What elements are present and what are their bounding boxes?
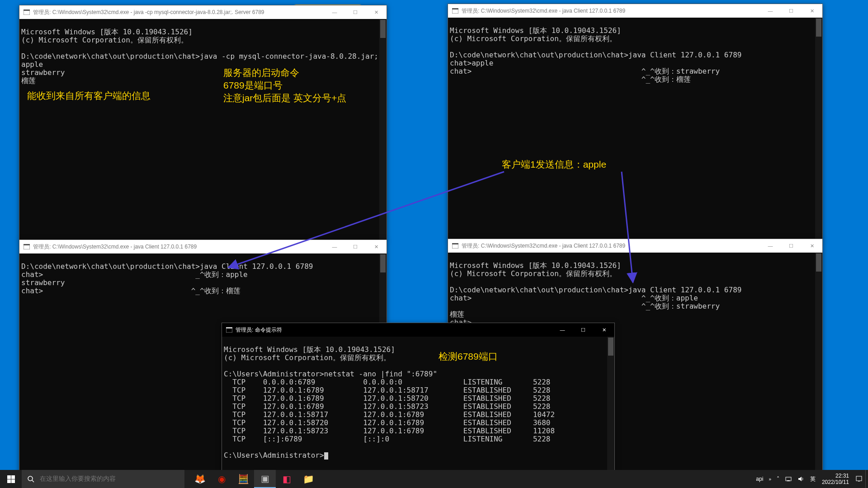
window-title: 管理员: C:\Windows\System32\cmd.exe - java … [33, 9, 324, 16]
maximize-button[interactable]: ☐ [345, 5, 366, 19]
scrollbar[interactable] [379, 19, 387, 239]
svg-point-12 [28, 476, 33, 481]
minimize-button[interactable]: — [324, 240, 345, 253]
taskbar-app-explorer[interactable]: 📁 [297, 470, 319, 488]
titlebar[interactable]: 管理员: C:\Windows\System32\cmd.exe - java … [19, 240, 387, 253]
tray-ime-lang[interactable]: 英 [807, 470, 818, 488]
titlebar[interactable]: 管理员: C:\Windows\System32\cmd.exe - java … [448, 4, 822, 18]
search-input[interactable] [40, 475, 184, 483]
taskbar-app-firefox[interactable]: 🦊 [189, 470, 211, 488]
cmd-icon [23, 9, 30, 16]
client1-terminal-window[interactable]: 管理员: C:\Windows\System32\cmd.exe - java … [448, 4, 823, 239]
svg-rect-16 [856, 476, 862, 481]
scrollbar[interactable] [815, 18, 822, 239]
system-tray[interactable]: api » ˄ 英 22:31 2022/10/11 [753, 470, 868, 488]
taskbar-app-terminal[interactable]: ▣ [254, 470, 276, 488]
taskbar-app-intellij[interactable]: ◧ [276, 470, 297, 488]
cursor [324, 452, 328, 460]
windows-logo-icon [7, 475, 15, 483]
terminal-content[interactable]: Microsoft Windows [版本 10.0.19043.1526] (… [19, 19, 387, 239]
tray-time: 22:31 [835, 473, 849, 479]
window-title: 管理员: C:\Windows\System32\cmd.exe - java … [33, 243, 324, 251]
minimize-button[interactable]: — [324, 5, 345, 19]
taskbar-app-calc[interactable]: 🧮 [232, 470, 254, 488]
close-button[interactable]: ✕ [366, 5, 387, 19]
terminal-content[interactable]: Microsoft Windows [版本 10.0.19043.1526] (… [448, 18, 822, 239]
svg-rect-9 [226, 327, 232, 328]
scrollbar[interactable] [607, 337, 614, 471]
tray-date: 2022/10/11 [822, 479, 849, 485]
svg-line-13 [32, 480, 34, 482]
tray-overflow-icon[interactable]: » [766, 470, 774, 488]
start-button[interactable] [0, 470, 22, 488]
cmd-icon [452, 242, 459, 249]
tray-network-icon[interactable] [782, 470, 795, 488]
close-button[interactable]: ✕ [366, 240, 387, 253]
terminal-content[interactable]: Microsoft Windows [版本 10.0.19043.1526] (… [222, 337, 614, 471]
titlebar[interactable]: 管理员: C:\Windows\System32\cmd.exe - java … [19, 5, 387, 19]
search-icon [22, 475, 40, 483]
window-title: 管理员: C:\Windows\System32\cmd.exe - java … [462, 242, 760, 250]
maximize-button[interactable]: ☐ [781, 4, 802, 18]
tray-volume-icon[interactable] [795, 470, 807, 488]
svg-rect-5 [24, 244, 30, 245]
minimize-button[interactable]: — [760, 4, 781, 18]
titlebar[interactable]: 管理员: 命令提示符 — ☐ ✕ [222, 323, 614, 337]
maximize-button[interactable]: ☐ [781, 239, 802, 253]
svg-rect-3 [452, 8, 458, 9]
svg-rect-1 [24, 9, 30, 11]
svg-rect-14 [786, 477, 791, 481]
netstat-terminal-window[interactable]: 管理员: 命令提示符 — ☐ ✕ Microsoft Windows [版本 1… [222, 323, 615, 472]
taskbar-search[interactable] [22, 470, 184, 488]
maximize-button[interactable]: ☐ [573, 323, 594, 337]
tray-up-icon[interactable]: ˄ [774, 470, 782, 488]
close-button[interactable]: ✕ [802, 239, 822, 253]
taskbar[interactable]: 🦊 ◉ 🧮 ▣ ◧ 📁 api » ˄ 英 22:31 2022/10/11 [0, 470, 868, 488]
maximize-button[interactable]: ☐ [345, 240, 366, 253]
tray-api-label[interactable]: api [753, 470, 766, 488]
window-title: 管理员: C:\Windows\System32\cmd.exe - java … [462, 7, 760, 15]
close-button[interactable]: ✕ [594, 323, 614, 337]
tray-notifications-icon[interactable] [853, 470, 865, 488]
minimize-button[interactable]: — [552, 323, 573, 337]
cmd-icon [23, 243, 30, 250]
svg-rect-7 [452, 243, 458, 244]
taskbar-app-netease[interactable]: ◉ [211, 470, 232, 488]
cmd-icon [226, 326, 233, 333]
server-terminal-window[interactable]: 管理员: C:\Windows\System32\cmd.exe - java … [19, 5, 387, 240]
scrollbar[interactable] [815, 253, 822, 473]
titlebar[interactable]: 管理员: C:\Windows\System32\cmd.exe - java … [448, 239, 822, 253]
close-button[interactable]: ✕ [802, 4, 822, 18]
minimize-button[interactable]: — [760, 239, 781, 253]
window-title: 管理员: 命令提示符 [236, 326, 552, 334]
tray-clock[interactable]: 22:31 2022/10/11 [818, 473, 853, 485]
show-desktop-button[interactable] [865, 470, 868, 488]
cmd-icon [452, 7, 459, 14]
